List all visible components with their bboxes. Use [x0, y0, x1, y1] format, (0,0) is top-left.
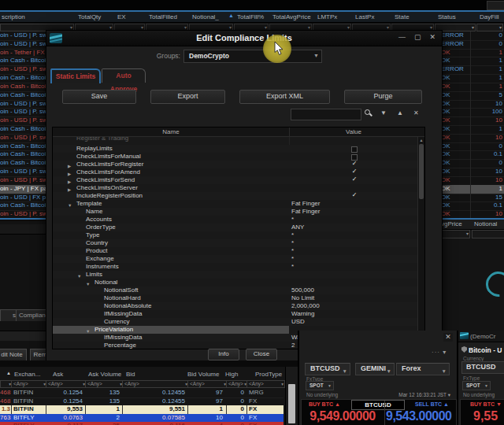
checkmark-icon[interactable]: ✓	[349, 191, 360, 199]
tree-node-value[interactable]: 2,000,000	[291, 302, 320, 310]
tree-node-value[interactable]: *	[291, 255, 294, 263]
tree-search-input[interactable]	[291, 109, 361, 120]
checkmark-icon[interactable]: ✓	[349, 168, 360, 176]
filter-down-icon[interactable]: ▼	[380, 109, 387, 116]
market-row[interactable]: BITFLY0.117250.11640FX	[0, 422, 284, 425]
column-header[interactable]: TotalAvgPrice	[272, 13, 311, 20]
close-button[interactable]: Close	[246, 349, 277, 360]
market-dropdown[interactable]: Forex▼	[396, 363, 450, 375]
column-header[interactable]: Notional_	[192, 13, 219, 20]
minimize-icon[interactable]: —	[398, 33, 406, 41]
scrollbar-thumb[interactable]	[288, 384, 295, 423]
purge-button[interactable]: Purge	[344, 90, 422, 104]
save-button[interactable]: Save	[62, 90, 136, 104]
tree-scrollbar[interactable]: ▲ ▼	[417, 137, 424, 349]
column-header[interactable]: TotalFill%	[237, 13, 264, 20]
timestamp[interactable]: Mar 12 16:33:21 JST ▾	[398, 392, 450, 398]
collapse-icon[interactable]: ▼	[77, 272, 81, 279]
buy-price[interactable]: 9,55	[473, 409, 498, 423]
close-icon[interactable]: ✕	[443, 333, 453, 342]
column-header[interactable]: ProdType	[255, 371, 282, 378]
checkmark-icon[interactable]: ✓	[349, 176, 360, 183]
chevron-down-icon[interactable]: ▾	[472, 24, 474, 31]
scroll-up-icon[interactable]: ▲	[418, 138, 424, 142]
filter-cell[interactable]: <Any>▾	[122, 380, 189, 388]
column-header[interactable]: Ask	[53, 371, 63, 378]
sort-icon[interactable]: ▲	[6, 371, 11, 375]
export-xml-button[interactable]: Export XML	[239, 90, 330, 104]
filter-cell[interactable]: <Any>▾	[11, 380, 47, 388]
filter-cell[interactable]: ▾	[439, 230, 470, 238]
column-header[interactable]: LastPx	[355, 13, 374, 20]
filter-cell[interactable]: <Any>▾	[46, 380, 87, 388]
close-icon[interactable]: ✕	[429, 33, 435, 41]
filter-cell[interactable]: <Any>▾	[246, 380, 285, 388]
filter-cell[interactable]: ▾	[476, 24, 503, 31]
column-header[interactable]: High	[225, 371, 238, 378]
venue-dropdown[interactable]: GEMINI▼	[355, 363, 395, 375]
filter-cell[interactable]: <Any>▾	[187, 380, 228, 388]
market-scrollbar[interactable]	[285, 367, 298, 425]
tree-node-value[interactable]: *	[291, 247, 294, 255]
filter-up-icon[interactable]: ▲	[397, 109, 403, 116]
tree-node-value[interactable]: Warning	[291, 310, 315, 318]
column-header[interactable]: Bid Volume	[187, 371, 219, 378]
tree-node-value[interactable]: USD	[291, 318, 305, 326]
filter-cell[interactable]: <Any>▾	[226, 380, 248, 388]
filter-cell[interactable]: <Any>▾	[85, 380, 124, 388]
collapse-icon[interactable]: ▼	[68, 201, 72, 209]
column-header[interactable]: TotalQty	[78, 13, 101, 20]
currency-dropdown[interactable]: BTCUSD	[461, 361, 504, 374]
info-button[interactable]: Info	[208, 349, 239, 360]
tree-value-header[interactable]: Value	[289, 128, 418, 135]
filter-cell[interactable]	[472, 230, 504, 238]
chevron-down-icon[interactable]: ▾	[499, 24, 502, 31]
tree-node-value[interactable]: *	[291, 263, 294, 271]
buy-btc-label[interactable]: BUY BTC ▲	[309, 401, 340, 407]
expand-icon[interactable]: ▶	[68, 162, 71, 169]
chevron-down-icon[interactable]: ▾	[281, 381, 284, 387]
checkmark-icon[interactable]: ✓	[349, 160, 360, 168]
export-button[interactable]: Export	[150, 90, 225, 104]
tree-node-value[interactable]: Fat Finger	[291, 200, 320, 208]
edit-note-button[interactable]: dit Note	[0, 349, 27, 361]
pair-dropdown[interactable]: BTCUSD▼	[305, 363, 350, 375]
tree-node-value[interactable]: Fat Finger	[291, 208, 320, 216]
tree-node-value[interactable]: *	[291, 231, 294, 239]
tree-node-value[interactable]: No Limit	[291, 294, 314, 302]
tab-static-limits[interactable]: Static Limits	[50, 68, 101, 83]
column-header[interactable]: State	[395, 13, 410, 20]
column-header-avgprice[interactable]: vgPrice	[439, 220, 473, 230]
tree-node-value[interactable]: 2	[291, 342, 295, 349]
expand-icon[interactable]: ▶	[68, 170, 71, 177]
sell-price[interactable]: 9,543.00000	[386, 409, 457, 423]
collapse-icon[interactable]: ▼	[86, 280, 90, 287]
tree-node-value[interactable]: ANY	[291, 224, 304, 231]
sell-btc-label[interactable]: SELL BTC ▲	[415, 401, 449, 407]
column-header[interactable]: Ask Volume	[88, 371, 121, 378]
buy-btc-label[interactable]: BUY BTC ▼	[470, 401, 502, 407]
column-header[interactable]: Status	[438, 13, 456, 20]
tree-node-value[interactable]: *	[291, 216, 294, 224]
clear-search-icon[interactable]: ✕	[413, 109, 419, 116]
fxtype-dropdown[interactable]: SPOT▼	[462, 381, 491, 390]
more-options-icon[interactable]: ··· ▾	[432, 349, 447, 356]
tree-node-value[interactable]: *	[291, 239, 294, 247]
mini-panel-titlebar[interactable]: (DemoCr	[458, 331, 504, 342]
fxtype-dropdown[interactable]: SPOT▼	[306, 381, 334, 390]
checkbox[interactable]	[351, 146, 358, 153]
scrollbar-thumb[interactable]	[419, 144, 424, 199]
tree-node-value[interactable]: 500,000	[291, 286, 314, 294]
groups-dropdown[interactable]: DemoCrypto ▼	[183, 50, 322, 63]
column-header[interactable]: DayFill	[480, 13, 498, 20]
column-header[interactable]: scription	[2, 13, 25, 20]
column-header[interactable]: EX	[117, 13, 126, 20]
tab-auto-approve[interactable]: Auto Approve	[102, 68, 146, 83]
sort-icon[interactable]: ▲	[228, 13, 234, 18]
column-header[interactable]: Bid	[126, 371, 135, 378]
buy-price[interactable]: 9,549.00000	[302, 409, 384, 423]
dialog-titlebar[interactable]: Edit Compliance Limits — ▢ ✕	[46, 31, 442, 46]
collapse-icon[interactable]: ▼	[86, 327, 90, 334]
tree-name-header[interactable]: Name	[53, 128, 289, 135]
expand-icon[interactable]: ▶	[68, 178, 71, 185]
